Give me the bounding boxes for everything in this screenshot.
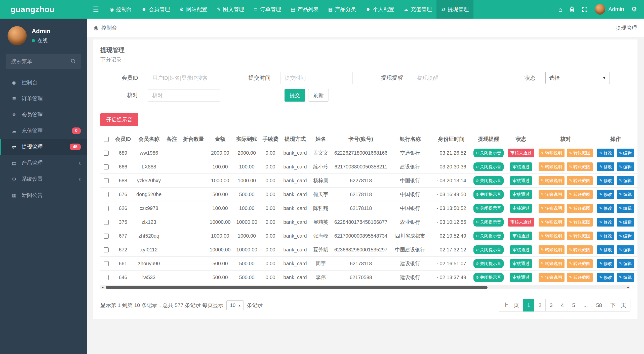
edit-button[interactable]: ✎ 编辑 — [617, 273, 634, 282]
modify-button[interactable]: ✎ 修改 — [597, 273, 614, 282]
status-select[interactable]: 选择 ▼ — [545, 72, 610, 84]
page-button[interactable]: 上一页 — [499, 299, 523, 312]
transfer-screenshot-button[interactable]: ✎ 转账截图 — [567, 190, 593, 199]
navbar-item[interactable]: ✎ 图文管理 — [212, 0, 249, 19]
transfer-screenshot-button[interactable]: ✎ 转账截图 — [567, 259, 593, 268]
transfer-screenshot-button[interactable]: ✎ 转账截图 — [567, 218, 593, 227]
row-checkbox[interactable] — [104, 151, 109, 156]
transfer-screenshot-button[interactable]: ✎ 转账截图 — [567, 245, 593, 254]
modify-button[interactable]: ✎ 修改 — [597, 149, 614, 157]
sidebar-item[interactable]: ⇄ 提现管理 45 — [0, 139, 87, 155]
transfer-note-button[interactable]: ✎ 转账说明 — [539, 176, 565, 185]
modify-button[interactable]: ✎ 修改 — [597, 176, 614, 185]
mute-sound-button[interactable]: ⊙ 关闭提示音 — [473, 273, 504, 282]
submit-button[interactable]: 提交 — [285, 89, 305, 102]
transfer-screenshot-button[interactable]: ✎ 转账截图 — [567, 149, 593, 157]
sidebar-item[interactable]: ⚙ 系统设置 ‹ — [0, 171, 87, 187]
sidebar-item[interactable]: ▦ 新闻公告 — [0, 187, 87, 203]
transfer-screenshot-button[interactable]: ✎ 转账截图 — [567, 232, 593, 240]
submit-time-input[interactable] — [280, 72, 353, 84]
page-button[interactable]: 58 — [592, 299, 606, 312]
edit-button[interactable]: ✎ 编辑 — [617, 176, 634, 185]
page-button[interactable]: 下一页 — [606, 299, 630, 312]
edit-button[interactable]: ✎ 编辑 — [617, 190, 634, 199]
mute-sound-button[interactable]: ⊙ 关闭提示音 — [473, 149, 504, 157]
mute-sound-button[interactable]: ⊙ 关闭提示音 — [473, 232, 504, 240]
row-checkbox[interactable] — [104, 261, 109, 266]
transfer-screenshot-button[interactable]: ✎ 转账截图 — [567, 176, 593, 185]
row-checkbox[interactable] — [104, 220, 109, 225]
horizontal-scrollbar[interactable]: ◂ ▸ — [100, 285, 630, 289]
sidebar-item[interactable]: ≣ 订单管理 — [0, 91, 87, 107]
page-button[interactable]: 4 — [557, 299, 568, 312]
transfer-screenshot-button[interactable]: ✎ 转账截图 — [567, 273, 593, 282]
navbar-item[interactable]: ≣ 订单管理 — [249, 0, 286, 19]
navbar-item[interactable]: ⚙ 网站配置 — [175, 0, 212, 19]
edit-button[interactable]: ✎ 编辑 — [617, 204, 634, 213]
mute-sound-button[interactable]: ⊙ 关闭提示音 — [473, 259, 504, 268]
navbar-item[interactable]: ▤ 产品列表 — [286, 0, 323, 19]
modify-button[interactable]: ✎ 修改 — [597, 162, 614, 171]
home-icon[interactable]: ⌂ — [558, 6, 562, 13]
search-icon[interactable] — [70, 58, 76, 65]
refresh-button[interactable]: 刷新 — [308, 89, 329, 102]
page-button[interactable]: 5 — [568, 299, 579, 312]
sidebar-item[interactable]: ☁ 充值管理 0 — [0, 123, 87, 139]
scroll-right-icon[interactable]: ▸ — [626, 285, 630, 289]
transfer-note-button[interactable]: ✎ 转账说明 — [539, 149, 565, 157]
transfer-note-button[interactable]: ✎ 转账说明 — [539, 245, 565, 254]
transfer-note-button[interactable]: ✎ 转账说明 — [539, 204, 565, 213]
modify-button[interactable]: ✎ 修改 — [597, 245, 614, 254]
edit-button[interactable]: ✎ 编辑 — [617, 218, 634, 227]
transfer-note-button[interactable]: ✎ 转账说明 — [539, 218, 565, 227]
mute-sound-button[interactable]: ⊙ 关闭提示音 — [473, 218, 504, 227]
breadcrumb-left-label[interactable]: 控制台 — [101, 24, 117, 31]
row-checkbox[interactable] — [104, 164, 109, 169]
select-all-checkbox[interactable] — [104, 137, 109, 142]
check-input[interactable] — [148, 89, 220, 102]
row-checkbox[interactable] — [104, 192, 109, 197]
row-checkbox[interactable] — [104, 178, 109, 183]
withdraw-notice-input[interactable] — [413, 72, 485, 84]
modify-button[interactable]: ✎ 修改 — [597, 218, 614, 227]
scrollbar-thumb[interactable] — [106, 286, 488, 289]
modify-button[interactable]: ✎ 修改 — [597, 232, 614, 240]
page-button[interactable]: ... — [579, 299, 592, 312]
mute-sound-button[interactable]: ⊙ 关闭提示音 — [473, 245, 504, 254]
edit-button[interactable]: ✎ 编辑 — [617, 259, 634, 268]
transfer-screenshot-button[interactable]: ✎ 转账截图 — [567, 204, 593, 213]
modify-button[interactable]: ✎ 修改 — [597, 259, 614, 268]
sidebar-item[interactable]: ▤ 产品管理 ‹ — [0, 155, 87, 171]
edit-button[interactable]: ✎ 编辑 — [617, 245, 634, 254]
edit-button[interactable]: ✎ 编辑 — [617, 232, 634, 240]
sidebar-item[interactable]: ☻ 会员管理 — [0, 107, 87, 123]
sidebar-item[interactable]: ◉ 控制台 — [0, 74, 87, 91]
row-checkbox[interactable] — [104, 275, 109, 280]
hamburger-icon[interactable]: ☰ — [87, 0, 105, 19]
navbar-item[interactable]: ☁ 充值管理 — [399, 0, 436, 19]
transfer-note-button[interactable]: ✎ 转账说明 — [539, 273, 565, 282]
navbar-item[interactable]: ⇄ 提现管理 — [436, 0, 473, 19]
transfer-note-button[interactable]: ✎ 转账说明 — [539, 190, 565, 199]
settings-gear-icon[interactable]: ⚙ — [631, 6, 637, 13]
page-size-select[interactable]: 10 ▴ — [226, 300, 244, 310]
navbar-item[interactable]: ☻ 会员管理 — [137, 0, 175, 19]
scroll-left-icon[interactable]: ◂ — [100, 285, 105, 289]
page-button[interactable]: 1 — [523, 299, 535, 312]
user-menu[interactable]: Admin — [595, 4, 624, 15]
menu-search-input[interactable] — [6, 54, 81, 69]
mute-sound-button[interactable]: ⊙ 关闭提示音 — [473, 190, 504, 199]
enable-sound-button[interactable]: 开启提示音 — [100, 113, 138, 126]
transfer-note-button[interactable]: ✎ 转账说明 — [539, 162, 565, 171]
page-button[interactable]: 3 — [545, 299, 557, 312]
mute-sound-button[interactable]: ⊙ 关闭提示音 — [473, 162, 504, 171]
navbar-item[interactable]: ☻ 个人配置 — [361, 0, 399, 19]
row-checkbox[interactable] — [104, 234, 109, 239]
transfer-screenshot-button[interactable]: ✎ 转账截图 — [567, 162, 593, 171]
member-id-input[interactable] — [148, 72, 220, 84]
modify-button[interactable]: ✎ 修改 — [597, 190, 614, 199]
transfer-note-button[interactable]: ✎ 转账说明 — [539, 259, 565, 268]
edit-button[interactable]: ✎ 编辑 — [617, 162, 634, 171]
page-button[interactable]: 2 — [534, 299, 546, 312]
transfer-note-button[interactable]: ✎ 转账说明 — [539, 232, 565, 240]
